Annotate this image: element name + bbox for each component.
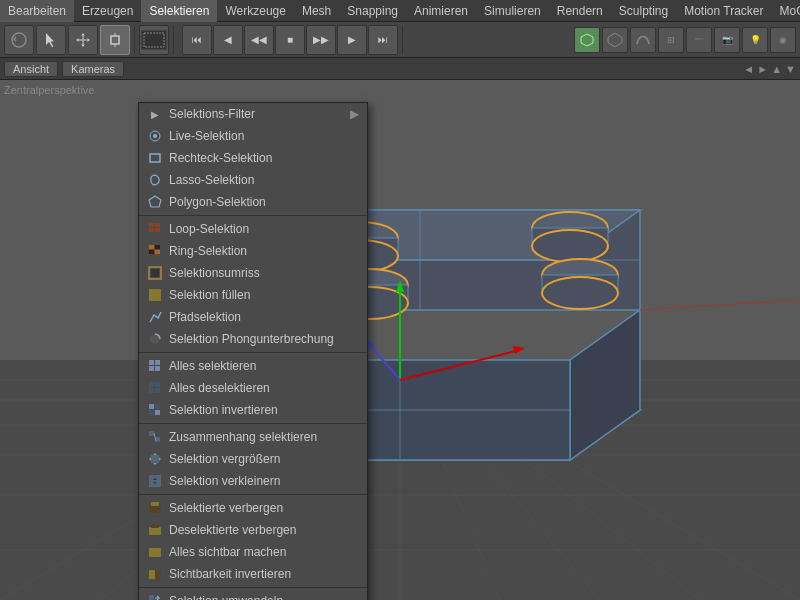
toolbar-field[interactable]: ⊞ xyxy=(658,27,684,53)
svg-rect-81 xyxy=(149,404,154,409)
toolbar-next-frame[interactable]: ▶ xyxy=(337,25,367,55)
viewport-3d[interactable]: Zentralperspektive ▶ Selektions-Filter ▶… xyxy=(0,80,800,600)
svg-rect-88 xyxy=(151,455,159,463)
menu-werkzeuge[interactable]: Werkzeuge xyxy=(217,0,293,22)
svg-rect-97 xyxy=(151,502,159,506)
menu-rendern[interactable]: Rendern xyxy=(549,0,611,22)
dd-selektionsumriss[interactable]: Selektionsumriss xyxy=(139,262,367,284)
svg-rect-102 xyxy=(155,570,161,579)
menu-sculpting[interactable]: Sculpting xyxy=(611,0,676,22)
svg-rect-99 xyxy=(151,524,159,528)
svg-rect-73 xyxy=(149,360,154,365)
menu-motion-tracker[interactable]: Motion Tracker xyxy=(676,0,771,22)
menu-snapping[interactable]: Snapping xyxy=(339,0,406,22)
menu-bearbeiten[interactable]: Bearbeiten xyxy=(0,0,74,22)
toolbar-cursor[interactable] xyxy=(36,25,66,55)
menu-erzeugen[interactable]: Erzeugen xyxy=(74,0,141,22)
view-ansicht-btn[interactable]: Ansicht xyxy=(4,61,58,77)
svg-rect-85 xyxy=(149,431,154,436)
dd-selektion-verkleinern[interactable]: Selektion verkleinern xyxy=(139,470,367,492)
dd-lasso-selektion[interactable]: Lasso-Selektion xyxy=(139,169,367,191)
toolbar-play-end[interactable]: ⏭ xyxy=(368,25,398,55)
fill-icon xyxy=(147,287,163,303)
toolbar-play[interactable]: ▶▶ xyxy=(306,25,336,55)
toolbar-material[interactable]: ◉ xyxy=(770,27,796,53)
dd-selektion-umwandeln[interactable]: Selektion umwandeln… xyxy=(139,590,367,600)
toolbar-polygon[interactable] xyxy=(602,27,628,53)
toolbar-object[interactable] xyxy=(574,27,600,53)
svg-rect-101 xyxy=(149,570,155,579)
sep-4 xyxy=(139,494,367,495)
svg-marker-9 xyxy=(608,33,622,47)
svg-point-49 xyxy=(542,277,618,309)
all-desel-icon xyxy=(147,380,163,396)
svg-rect-64 xyxy=(155,228,160,232)
dd-selektion-invertieren[interactable]: Selektion invertieren xyxy=(139,399,367,421)
invert-vis-icon xyxy=(147,566,163,582)
dd-loop-selektion[interactable]: Loop-Selektion xyxy=(139,218,367,240)
viewport-label: Zentralperspektive xyxy=(4,84,95,96)
svg-rect-103 xyxy=(149,595,154,600)
dd-selektierte-verbergen[interactable]: Selektierte verbergen xyxy=(139,497,367,519)
toolbar-deformer[interactable]: 〰 xyxy=(686,27,712,53)
dd-selektion-vergrossern[interactable]: Selektion vergrößern xyxy=(139,448,367,470)
dd-zusammenhang[interactable]: Zusammenhang selektieren xyxy=(139,426,367,448)
view-kameras-btn[interactable]: Kameras xyxy=(62,61,124,77)
toolbar-stop[interactable]: ■ xyxy=(275,25,305,55)
ring-icon xyxy=(147,243,163,259)
dd-pfadselektion[interactable]: Pfadselektion xyxy=(139,306,367,328)
submenu-arrow: ▶ xyxy=(350,107,359,121)
svg-rect-70 xyxy=(151,269,159,277)
grow-icon xyxy=(147,451,163,467)
svg-rect-63 xyxy=(149,228,154,232)
shrink-icon xyxy=(147,473,163,489)
svg-rect-59 xyxy=(150,154,160,162)
dd-polygon-selektion[interactable]: Polygon-Selektion xyxy=(139,191,367,213)
toolbar-spline[interactable] xyxy=(630,27,656,53)
menu-mograph[interactable]: MoGra… xyxy=(772,0,800,22)
dd-sichtbarkeit-invertieren[interactable]: Sichtbarkeit invertieren xyxy=(139,563,367,585)
svg-rect-79 xyxy=(149,388,154,393)
dd-alles-sichtbar[interactable]: Alles sichtbar machen xyxy=(139,541,367,563)
menu-mesh[interactable]: Mesh xyxy=(294,0,339,22)
dd-selektion-fullen[interactable]: Selektion füllen xyxy=(139,284,367,306)
toolbar-camera-btn[interactable]: 📷 xyxy=(714,27,740,53)
dd-alles-deselektieren[interactable]: Alles deselektieren xyxy=(139,377,367,399)
svg-rect-78 xyxy=(155,382,160,387)
dd-ring-selektion[interactable]: Ring-Selektion xyxy=(139,240,367,262)
svg-point-43 xyxy=(532,230,608,262)
separator-3 xyxy=(402,26,403,54)
sep-2 xyxy=(139,352,367,353)
dd-alles-selektieren[interactable]: Alles selektieren xyxy=(139,355,367,377)
dd-deselektierte-verbergen[interactable]: Deselektierte verbergen xyxy=(139,519,367,541)
svg-rect-3 xyxy=(111,36,119,44)
phong-icon xyxy=(147,331,163,347)
toolbar-scale[interactable] xyxy=(100,25,130,55)
connected-icon xyxy=(147,429,163,445)
svg-rect-68 xyxy=(155,250,160,254)
filter-icon: ▶ xyxy=(147,106,163,122)
toolbar-render-region[interactable] xyxy=(139,25,169,55)
svg-rect-62 xyxy=(155,223,160,227)
outline-icon xyxy=(147,265,163,281)
menu-selektieren[interactable]: Selektieren xyxy=(141,0,217,22)
toolbar-play-back-btn[interactable]: ◀◀ xyxy=(244,25,274,55)
menu-animieren[interactable]: Animieren xyxy=(406,0,476,22)
svg-rect-93 xyxy=(149,475,161,487)
toolbar-move[interactable] xyxy=(68,25,98,55)
dd-live-selektion[interactable]: Live-Selektion xyxy=(139,125,367,147)
menu-simulieren[interactable]: Simulieren xyxy=(476,0,549,22)
toolbar-play-back[interactable]: ⏮ xyxy=(182,25,212,55)
svg-rect-75 xyxy=(149,366,154,371)
svg-marker-60 xyxy=(149,196,161,207)
svg-rect-76 xyxy=(155,366,160,371)
dd-selektion-phong[interactable]: Selektion Phongunterbrechung xyxy=(139,328,367,350)
svg-rect-100 xyxy=(149,548,161,557)
toolbar-undo[interactable] xyxy=(4,25,34,55)
toolbar-prev-frame[interactable]: ◀ xyxy=(213,25,243,55)
svg-rect-77 xyxy=(149,382,154,387)
toolbar-light[interactable]: 💡 xyxy=(742,27,768,53)
dd-rechteck-selektion[interactable]: Rechteck-Selektion xyxy=(139,147,367,169)
svg-marker-90 xyxy=(153,463,157,465)
dd-selektions-filter[interactable]: ▶ Selektions-Filter ▶ xyxy=(139,103,367,125)
